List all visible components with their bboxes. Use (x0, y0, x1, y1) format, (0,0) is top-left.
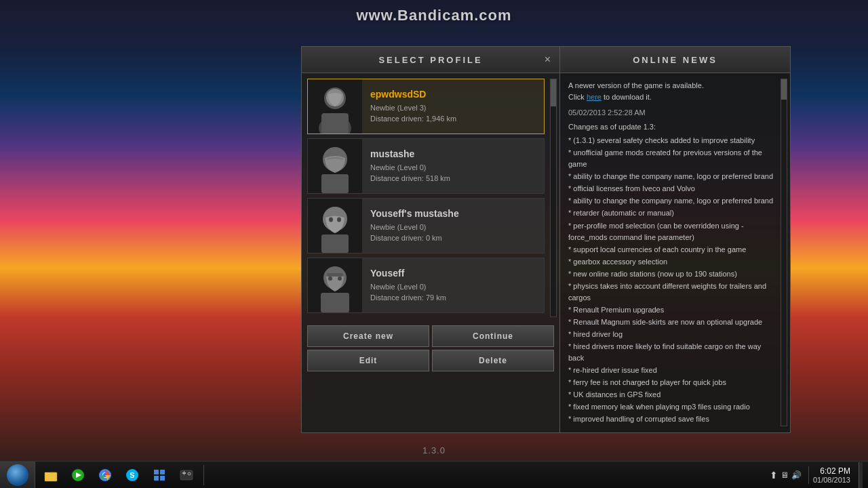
profile-info: Youseff Newbie (Level 0) Distance driven… (362, 262, 544, 309)
svg-rect-15 (321, 293, 349, 312)
close-button[interactable]: × (541, 53, 554, 66)
taskbar-icons: S (35, 462, 202, 488)
watermark: www.Bandicam.com (356, 7, 511, 24)
news-items: * (1.3.1) several safety checks added to… (568, 135, 776, 425)
profile-list: epwdwsdSD Newbie (Level 3) Distance driv… (302, 73, 559, 323)
news-download-link[interactable]: here (587, 93, 601, 101)
profile-item[interactable]: Youseff Newbie (Level 0) Distance driven… (307, 258, 545, 313)
profile-name: Youseff's mustashe (370, 208, 536, 219)
profile-distance: Distance driven: 79 km (370, 292, 536, 304)
profile-info: epwdwsdSD Newbie (Level 3) Distance driv… (362, 83, 544, 130)
taskbar-right: ⬆ 🖥 🔊 6:02 PM 01/08/2013 (764, 462, 868, 488)
profile-level: Newbie (Level 0) (370, 281, 536, 293)
profile-info: Youseff's mustashe Newbie (Level 0) Dist… (362, 203, 544, 249)
profile-level: Newbie (Level 3) (370, 102, 536, 114)
dialog-area: SELECT PROFILE × (301, 46, 791, 433)
svg-point-12 (337, 218, 341, 222)
taskbar-icon-media[interactable] (65, 462, 91, 488)
clock-time: 6:02 PM (813, 466, 850, 476)
news-header-line: A newer version of the game is available… (568, 80, 776, 92)
news-item: * fixed memory leak when playing mp3 fil… (568, 401, 776, 413)
profile-scrollbar-thumb (551, 79, 556, 106)
news-item: * ability to change the company name, lo… (568, 171, 776, 182)
news-item: * Renault Magnum side-skirts are now an … (568, 317, 776, 328)
news-item: * retarder (automatic or manual) (568, 207, 776, 219)
taskbar-icon-skype[interactable]: S (119, 462, 145, 488)
svg-rect-28 (154, 470, 159, 474)
svg-rect-31 (160, 476, 165, 481)
svg-rect-4 (321, 113, 349, 134)
clock-area[interactable]: 6:02 PM 01/08/2013 (808, 466, 854, 484)
avatar (308, 79, 362, 134)
avatar (308, 139, 362, 193)
svg-rect-7 (321, 174, 349, 193)
news-item: * ability to change the company name, lo… (568, 195, 776, 207)
taskbar-icon-explorer[interactable] (38, 462, 64, 488)
profile-info: mustashe Newbie (Level 0) Distance drive… (362, 143, 544, 190)
news-item: * per-profile mod selection (can be over… (568, 220, 776, 243)
start-button[interactable] (0, 462, 35, 489)
taskbar-icon-chrome[interactable] (92, 462, 118, 488)
tray-icon-1[interactable]: ⬆ (770, 470, 778, 481)
taskbar-icon-game[interactable] (174, 462, 199, 488)
news-item: * support local currencies of each count… (568, 244, 776, 256)
taskbar-separator (203, 465, 204, 485)
show-desktop-button[interactable] (859, 462, 863, 488)
profile-level: Newbie (Level 0) (370, 162, 536, 174)
news-subtitle: Changes as of update 1.3: (568, 121, 776, 133)
svg-point-11 (329, 218, 333, 222)
news-item: * re-hired driver issue fixed (568, 365, 776, 376)
svg-rect-20 (45, 472, 50, 474)
news-item: * UK distances in GPS fixed (568, 389, 776, 401)
news-timestamp: 05/02/2013 2:52:28 AM (568, 107, 776, 119)
taskbar-icon-win[interactable] (146, 462, 172, 488)
edit-button[interactable]: Edit (307, 350, 429, 371)
version-text: 1.3.0 (422, 445, 446, 455)
svg-point-17 (328, 277, 332, 281)
svg-rect-32 (180, 470, 193, 480)
svg-rect-10 (321, 235, 349, 253)
news-item: * improved handling of corrupted save fi… (568, 413, 776, 425)
news-scrollbar[interactable] (781, 79, 787, 426)
delete-button[interactable]: Delete (432, 350, 554, 371)
sys-tray: ⬆ 🖥 🔊 (770, 470, 802, 481)
primary-buttons: Create new Continue (302, 325, 559, 347)
news-header: ONLINE NEWS (560, 47, 790, 73)
news-content: A newer version of the game is available… (560, 73, 790, 432)
panel-header: SELECT PROFILE × (302, 47, 559, 73)
news-item: * new online radio stations (now up to 1… (568, 268, 776, 280)
clock-date: 01/08/2013 (813, 476, 850, 484)
news-item: * unofficial game mods created for previ… (568, 147, 776, 170)
news-title: ONLINE NEWS (633, 55, 717, 65)
news-item: * ferry fee is not charged to player for… (568, 377, 776, 388)
tray-icon-network[interactable]: 🖥 (781, 470, 789, 480)
svg-rect-29 (160, 470, 165, 474)
profile-name: mustashe (370, 148, 536, 159)
profile-item[interactable]: Youseff's mustashe Newbie (Level 0) Dist… (307, 198, 545, 253)
news-item: * Renault Premium upgrades (568, 304, 776, 316)
news-item: * (1.3.1) several safety checks added to… (568, 135, 776, 146)
profile-item[interactable]: epwdwsdSD Newbie (Level 3) Distance driv… (307, 79, 545, 134)
svg-text:S: S (130, 471, 134, 479)
select-profile-panel: SELECT PROFILE × (301, 46, 560, 433)
news-item: * hired drivers more likely to find suit… (568, 341, 776, 364)
panel-title: SELECT PROFILE (378, 55, 482, 65)
svg-rect-30 (154, 476, 159, 481)
profile-item[interactable]: mustashe Newbie (Level 0) Distance drive… (307, 138, 545, 194)
news-item: * hired driver log (568, 329, 776, 340)
svg-rect-16 (327, 273, 343, 277)
news-item: * gearbox accessory selection (568, 256, 776, 268)
profile-distance: Distance driven: 1,946 km (370, 113, 536, 125)
news-item: * official licenses from Iveco and Volvo (568, 183, 776, 195)
continue-button[interactable]: Continue (432, 325, 554, 347)
news-panel: ONLINE NEWS A newer version of the game … (560, 46, 791, 433)
profile-distance: Distance driven: 0 km (370, 232, 536, 244)
tray-icon-sound[interactable]: 🔊 (791, 470, 802, 480)
news-text: A newer version of the game is available… (568, 80, 776, 425)
create-new-button[interactable]: Create new (307, 325, 429, 347)
news-scrollbar-thumb (781, 79, 787, 100)
profile-scrollbar[interactable] (550, 79, 557, 317)
secondary-buttons: Edit Delete (302, 350, 559, 371)
svg-rect-34 (184, 471, 184, 475)
news-item: * physics takes into account different w… (568, 281, 776, 304)
